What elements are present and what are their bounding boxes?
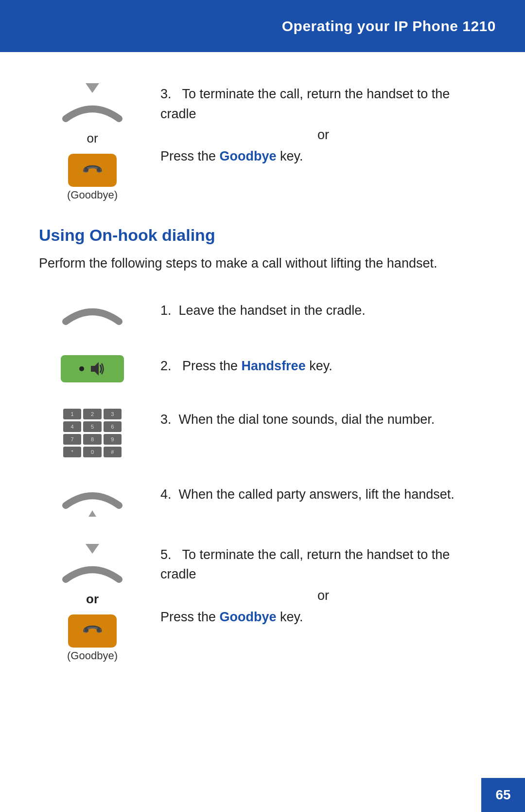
step-num-3: 3. <box>160 412 179 427</box>
key-suffix-1: key. <box>277 149 303 163</box>
icon-col-4 <box>39 482 146 518</box>
step-text-2-part1: Press the <box>182 359 242 373</box>
or-text-1: or <box>317 127 329 142</box>
step-row-3: 1 2 3 4 5 6 7 8 9 * 0 # 3. When the dial… <box>39 407 486 457</box>
or-label-2: or <box>86 592 99 607</box>
handset-icon-2 <box>58 300 126 329</box>
header-title-bold: 1210 <box>462 18 496 34</box>
press-text-2: Press the <box>160 610 220 624</box>
step-press-goodbye-2: Press the Goodbye key. <box>160 607 486 627</box>
or-text-2: or <box>317 588 329 603</box>
step-num-5: 5. <box>160 547 179 562</box>
step-text-2: 2. Press the Handsfree key. <box>160 356 486 376</box>
text-col-3: 3. When the dial tone sounds, dial the n… <box>146 407 486 430</box>
step-text-4-content: When the called party answers, lift the … <box>179 487 455 502</box>
text-col-2: 2. Press the Handsfree key. <box>146 353 486 376</box>
icon-col-5: or 📞 (Goodbye) <box>39 542 146 662</box>
step-num-4: 4. <box>160 487 179 502</box>
step-number-s1-3: 3. <box>160 87 179 101</box>
key-9: 9 <box>104 434 122 445</box>
text-col-terminate-1: 3. To terminate the call, return the han… <box>146 81 486 166</box>
page-number: 65 <box>495 787 510 803</box>
key-star: * <box>63 447 81 457</box>
or-line-1: or <box>160 127 486 143</box>
handset-icon-3 <box>58 558 126 587</box>
step-text-1-content: Leave the handset in the cradle. <box>179 303 366 318</box>
key-pound: # <box>104 447 122 457</box>
or-line-2: or <box>160 588 486 603</box>
icon-col-1 <box>39 298 146 329</box>
header-title: Operating your IP Phone 1210 <box>282 18 496 35</box>
handsfree-button-icon <box>61 355 124 382</box>
header-title-normal: Operating your IP Phone <box>282 18 463 34</box>
section2-heading-block: Using On-hook dialing Perform the follow… <box>39 226 486 273</box>
step-text-3-content: When the dial tone sounds, dial the numb… <box>179 412 435 427</box>
step-num-1: 1. <box>160 303 179 318</box>
goodbye-button-icon-1: 📞 <box>68 154 117 187</box>
key-suffix-2: key. <box>277 610 303 624</box>
icon-col-2 <box>39 353 146 382</box>
svg-marker-1 <box>88 510 96 517</box>
goodbye-label-2: (Goodbye) <box>67 650 118 662</box>
step-row-5: or 📞 (Goodbye) 5. To terminate the call,… <box>39 542 486 662</box>
step-row-terminate-1: or 📞 (Goodbye) 3. To terminate the call,… <box>39 81 486 201</box>
step-text-5: 5. To terminate the call, return the han… <box>160 545 486 584</box>
key-7: 7 <box>63 434 81 445</box>
svg-marker-0 <box>91 362 99 376</box>
phone-rotated-icon-2: 📞 <box>81 619 104 642</box>
handsfree-led-icon <box>79 366 84 371</box>
header-bar: Operating your IP Phone 1210 <box>0 0 525 52</box>
text-col-5: 5. To terminate the call, return the han… <box>146 542 486 627</box>
section2-intro: Perform the following steps to make a ca… <box>39 253 486 273</box>
step-text-terminate-1: 3. To terminate the call, return the han… <box>160 84 486 124</box>
key-4: 4 <box>63 421 81 432</box>
goodbye-key-name-1: Goodbye <box>220 149 277 163</box>
key-1: 1 <box>63 409 81 419</box>
icon-col-3: 1 2 3 4 5 6 7 8 9 * 0 # <box>39 407 146 457</box>
press-text-1: Press the <box>160 149 220 163</box>
step-text-1: 1. Leave the handset in the cradle. <box>160 301 486 321</box>
speaker-icon <box>88 360 105 378</box>
key-0: 0 <box>83 447 101 457</box>
step-row-4: 4. When the called party answers, lift t… <box>39 482 486 518</box>
step-text-3: 3. When the dial tone sounds, dial the n… <box>160 410 486 430</box>
text-col-1: 1. Leave the handset in the cradle. <box>146 298 486 321</box>
handset-down-group-2 <box>58 544 126 587</box>
arrow-down-icon-2 <box>86 544 99 554</box>
step-text-4: 4. When the called party answers, lift t… <box>160 485 486 505</box>
step-text-s1-3-part1: To terminate the call, return the handse… <box>160 87 450 121</box>
key-5: 5 <box>83 421 101 432</box>
page-content: or 📞 (Goodbye) 3. To terminate the call,… <box>0 52 525 725</box>
step-text-5-part1: To terminate the call, return the handse… <box>160 547 450 582</box>
phone-rotated-icon-1: 📞 <box>81 159 104 182</box>
keypad-icon: 1 2 3 4 5 6 7 8 9 * 0 # <box>63 409 122 457</box>
handset-icon-1 <box>58 97 126 126</box>
goodbye-button-icon-2: 📞 <box>68 614 117 648</box>
section2-heading: Using On-hook dialing <box>39 226 486 245</box>
or-label-1: or <box>87 131 98 146</box>
step-press-goodbye-1: Press the Goodbye key. <box>160 146 486 166</box>
arrow-down-icon-1 <box>86 83 99 93</box>
step-row-2: 2. Press the Handsfree key. <box>39 353 486 382</box>
step-row-1: 1. Leave the handset in the cradle. <box>39 298 486 329</box>
goodbye-key-name-2: Goodbye <box>220 610 277 624</box>
handset-lift-icon <box>58 484 126 518</box>
page-footer: 65 <box>481 778 525 812</box>
key-8: 8 <box>83 434 101 445</box>
text-col-4: 4. When the called party answers, lift t… <box>146 482 486 505</box>
key-6: 6 <box>104 421 122 432</box>
icon-col-handset-goodbye-1: or 📞 (Goodbye) <box>39 81 146 201</box>
handsfree-key-name: Handsfree <box>242 359 306 373</box>
step-num-2: 2. <box>160 359 179 373</box>
goodbye-label-1: (Goodbye) <box>67 189 118 201</box>
key-2: 2 <box>83 409 101 419</box>
handset-down-group-1 <box>58 83 126 126</box>
step-text-2-part2: key. <box>309 359 332 373</box>
key-3: 3 <box>104 409 122 419</box>
